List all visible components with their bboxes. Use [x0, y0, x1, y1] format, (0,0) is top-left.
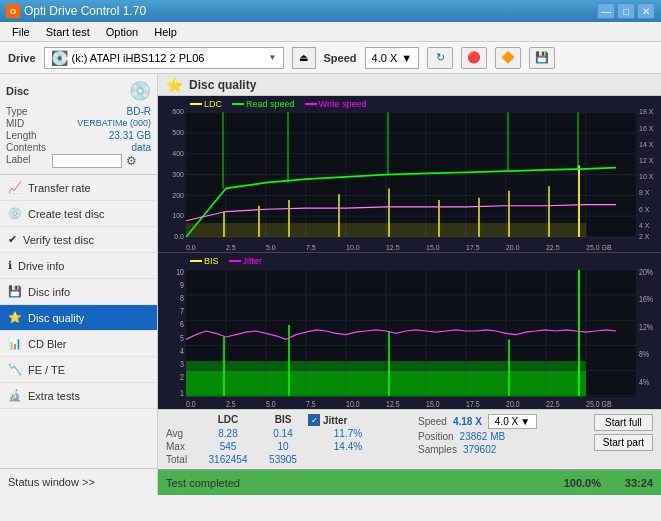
- disc-quality-icon: ⭐: [8, 311, 22, 324]
- sidebar-item-extra-tests[interactable]: 🔬 Extra tests: [0, 383, 157, 409]
- create-test-disc-label: Create test disc: [28, 208, 104, 220]
- write-speed-legend: Write speed: [305, 99, 367, 109]
- status-section: Status window >>: [0, 468, 157, 495]
- main-area: Disc 💿 Type BD-R MID VERBATIMe (000) Len…: [0, 74, 661, 495]
- refresh-button[interactable]: ↻: [427, 47, 453, 69]
- sidebar-item-transfer-rate[interactable]: 📈 Transfer rate: [0, 175, 157, 201]
- samples-row: Samples 379602: [418, 444, 537, 455]
- type-value: BD-R: [52, 106, 151, 117]
- disc-title: Disc: [6, 85, 29, 97]
- orange-icon-button[interactable]: 🔶: [495, 47, 521, 69]
- drivebar: Drive 💽 (k:) ATAPI iHBS112 2 PL06 ▼ ⏏ Sp…: [0, 42, 661, 74]
- chart-top: LDC Read speed Write speed: [158, 96, 661, 252]
- maximize-button[interactable]: □: [617, 3, 635, 19]
- speed-dropdown[interactable]: 4.0 X ▼: [488, 414, 537, 429]
- position-label: Position: [418, 431, 454, 442]
- progress-percent: 100.0%: [564, 477, 601, 489]
- progress-bar: Test completed 100.0% 33:24: [158, 469, 661, 495]
- write-speed-legend-label: Write speed: [319, 99, 367, 109]
- length-label: Length: [6, 130, 46, 141]
- jitter-legend-label: Jitter: [243, 256, 263, 266]
- sidebar-item-fe-te[interactable]: 📉 FE / TE: [0, 357, 157, 383]
- bis-header: BIS: [258, 414, 308, 426]
- disc-info-label: Disc info: [28, 286, 70, 298]
- progress-time: 33:24: [625, 477, 653, 489]
- start-full-button[interactable]: Start full: [594, 414, 653, 431]
- jitter-legend-color: [229, 260, 241, 262]
- svg-text:8%: 8%: [639, 350, 649, 360]
- speed-label: Speed: [324, 52, 357, 64]
- svg-text:7.5: 7.5: [306, 399, 316, 409]
- svg-text:20%: 20%: [639, 267, 653, 277]
- svg-text:200: 200: [172, 190, 184, 200]
- disc-info-icon: 💾: [8, 285, 22, 298]
- svg-text:17.5: 17.5: [466, 399, 480, 409]
- menu-option[interactable]: Option: [98, 24, 146, 40]
- svg-text:25.0 GB: 25.0 GB: [586, 242, 612, 252]
- stats-bar: LDC BIS ✓ Jitter Avg 8.28 0.14 11.7%: [158, 409, 661, 469]
- svg-rect-51: [388, 188, 390, 237]
- speed-dropdown-arrow: ▼: [520, 416, 530, 427]
- minimize-button[interactable]: —: [597, 3, 615, 19]
- bis-legend-color: [190, 260, 202, 262]
- svg-text:22.5: 22.5: [546, 242, 560, 252]
- jitter-header: Jitter: [323, 415, 347, 426]
- speed-value: 4.0 X: [372, 52, 398, 64]
- svg-text:12 X: 12 X: [639, 156, 653, 166]
- svg-text:7: 7: [180, 307, 184, 317]
- chart-bottom-legend: BIS Jitter: [190, 256, 262, 266]
- samples-label: Samples: [418, 444, 457, 455]
- bis-avg: 0.14: [258, 428, 308, 439]
- titlebar-buttons: — □ ✕: [597, 3, 655, 19]
- menu-help[interactable]: Help: [146, 24, 185, 40]
- svg-text:1: 1: [180, 388, 184, 398]
- menu-file[interactable]: File: [4, 24, 38, 40]
- jitter-checkbox[interactable]: ✓: [308, 414, 320, 426]
- sidebar-item-disc-info[interactable]: 💾 Disc info: [0, 279, 157, 305]
- save-button[interactable]: 💾: [529, 47, 555, 69]
- disc-quality-label: Disc quality: [28, 312, 84, 324]
- stats-main: LDC BIS ✓ Jitter Avg 8.28 0.14 11.7%: [166, 414, 388, 465]
- position-row: Position 23862 MB: [418, 431, 537, 442]
- read-speed-legend-label: Read speed: [246, 99, 295, 109]
- start-part-button[interactable]: Start part: [594, 434, 653, 451]
- svg-text:12.5: 12.5: [386, 399, 400, 409]
- svg-rect-46: [186, 223, 586, 237]
- svg-text:9: 9: [180, 280, 184, 290]
- cd-bler-label: CD Bler: [28, 338, 67, 350]
- bis-total: 53905: [258, 454, 308, 465]
- app-title: Opti Drive Control 1.70: [24, 4, 146, 18]
- eject-button[interactable]: ⏏: [292, 47, 316, 69]
- svg-rect-50: [338, 194, 340, 237]
- sidebar-item-disc-quality[interactable]: ⭐ Disc quality: [0, 305, 157, 331]
- drive-selector[interactable]: 💽 (k:) ATAPI iHBS112 2 PL06 ▼: [44, 47, 284, 69]
- svg-text:0.0: 0.0: [174, 232, 184, 242]
- menu-start-test[interactable]: Start test: [38, 24, 98, 40]
- speed-row: Speed 4.18 X 4.0 X ▼: [418, 414, 537, 429]
- ldc-max: 545: [198, 441, 258, 452]
- transfer-rate-label: Transfer rate: [28, 182, 91, 194]
- jitter-legend: Jitter: [229, 256, 263, 266]
- app-icon: O: [6, 4, 20, 18]
- verify-test-disc-label: Verify test disc: [23, 234, 94, 246]
- svg-text:0.0: 0.0: [186, 242, 196, 252]
- sidebar-item-create-test-disc[interactable]: 💿 Create test disc: [0, 201, 157, 227]
- red-icon-button[interactable]: 🔴: [461, 47, 487, 69]
- contents-label: Contents: [6, 142, 46, 153]
- close-button[interactable]: ✕: [637, 3, 655, 19]
- speed-selector[interactable]: 4.0 X ▼: [365, 47, 420, 69]
- label-input[interactable]: [52, 154, 122, 168]
- mid-label: MID: [6, 118, 46, 129]
- extra-tests-icon: 🔬: [8, 389, 22, 402]
- svg-text:15.0: 15.0: [426, 242, 440, 252]
- sidebar-item-drive-info[interactable]: ℹ Drive info: [0, 253, 157, 279]
- stats-avg-row: Avg 8.28 0.14 11.7%: [166, 428, 388, 439]
- status-window-button[interactable]: Status window >>: [0, 469, 157, 495]
- stats-right: Speed 4.18 X 4.0 X ▼ Position 23862 MB S…: [418, 414, 537, 455]
- settings-icon[interactable]: ⚙: [126, 154, 137, 168]
- sidebar-item-cd-bler[interactable]: 📊 CD Bler: [0, 331, 157, 357]
- svg-text:25.0 GB: 25.0 GB: [586, 399, 612, 409]
- jitter-max: 14.4%: [308, 441, 388, 452]
- sidebar-item-verify-test-disc[interactable]: ✔ Verify test disc: [0, 227, 157, 253]
- svg-text:4%: 4%: [639, 377, 649, 387]
